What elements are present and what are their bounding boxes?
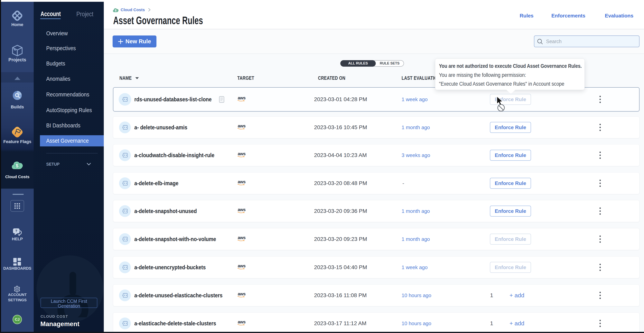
svg-text:$: $ <box>16 163 18 169</box>
svg-text:$: $ <box>115 9 116 12</box>
svg-text:?: ? <box>15 229 17 233</box>
